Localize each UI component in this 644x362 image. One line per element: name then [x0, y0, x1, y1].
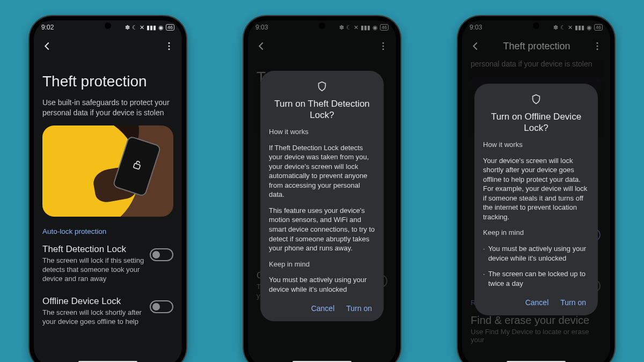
bluetooth-icon: ✽ [125, 24, 130, 31]
dialog-bullet-text: The screen can be locked up to twice a d… [488, 269, 589, 288]
back-icon[interactable] [41, 40, 53, 52]
dialog-how-heading: How it works [269, 127, 375, 137]
dialog-bullet-text: You must be actively using your device w… [488, 244, 589, 263]
signal-icon: ▮▮▮ [147, 24, 156, 31]
toggle-switch[interactable] [150, 248, 173, 261]
setting-desc: The screen will lock if this setting det… [42, 256, 144, 284]
svg-point-1 [169, 46, 170, 47]
dialog-keep-heading: Keep in mind [269, 260, 375, 269]
cancel-button[interactable]: Cancel [311, 304, 335, 314]
toggle-switch[interactable] [150, 300, 173, 313]
screen-2: 9:03 ✽ ☾ ✕ ▮▮▮ ◉ 46 T Offlin [248, 20, 396, 362]
dialog-paragraph: You must be actively using your device w… [269, 275, 375, 294]
dialog-paragraph: Your device's screen will lock shortly a… [483, 156, 589, 222]
dialog-theft-detection: Turn on Theft Detection Lock? How it wor… [260, 71, 384, 321]
dialog-title: Turn on Offline Device Lock? [483, 111, 589, 134]
dialog-actions: Cancel Turn on [269, 300, 375, 317]
svg-point-2 [169, 48, 170, 50]
setting-title: Theft Detection Lock [42, 244, 144, 255]
dialog-paragraph: This feature uses your device's motion s… [269, 206, 375, 253]
battery-icon: 46 [166, 24, 174, 31]
camera-hole [533, 23, 539, 29]
screen-3: 9:03 ✽ ☾ ✕ ▮▮▮ ◉ 46 Theft protection per… [462, 20, 610, 362]
shield-icon [269, 80, 375, 95]
content-area: Theft protection Use built-in safeguards… [34, 73, 182, 327]
dialog-bullet: ·The screen can be locked up to twice a … [483, 269, 589, 288]
setting-offline-device-lock[interactable]: Offline Device Lock The screen will lock… [42, 296, 173, 327]
phone-frame-1: 9:02 ✽ ☾ ✕ ▮▮▮ ◉ 46 Theft protection Use… [30, 16, 186, 362]
camera-hole [105, 23, 111, 29]
setting-theft-detection-lock[interactable]: Theft Detection Lock The screen will loc… [42, 244, 173, 284]
screen-1: 9:02 ✽ ☾ ✕ ▮▮▮ ◉ 46 Theft protection Use… [34, 20, 182, 362]
dialog-paragraph: If Theft Detection Lock detects your dev… [269, 143, 375, 200]
hero-illustration [42, 125, 173, 217]
phone-frame-3: 9:03 ✽ ☾ ✕ ▮▮▮ ◉ 46 Theft protection per… [458, 16, 614, 362]
confirm-button[interactable]: Turn on [560, 298, 586, 308]
clock: 9:02 [41, 24, 54, 31]
confirm-button[interactable]: Turn on [346, 304, 372, 314]
setting-title: Offline Device Lock [42, 296, 144, 307]
dnd-icon: ☾ [132, 24, 137, 31]
vibrate-icon: ✕ [140, 24, 144, 31]
overflow-icon[interactable] [164, 41, 174, 51]
svg-point-0 [169, 42, 170, 44]
wifi-icon: ◉ [158, 24, 164, 31]
cancel-button[interactable]: Cancel [525, 298, 549, 308]
dialog-offline-lock: Turn on Offline Device Lock? How it work… [474, 84, 598, 315]
status-icons: ✽ ☾ ✕ ▮▮▮ ◉ 46 [125, 24, 174, 31]
camera-hole [319, 23, 325, 29]
setting-desc: The screen will lock shortly after your … [42, 308, 144, 327]
page-title: Theft protection [42, 73, 173, 90]
app-bar [34, 34, 182, 58]
dialog-actions: Cancel Turn on [483, 294, 589, 311]
dialog-keep-heading: Keep in mind [483, 228, 589, 238]
shield-icon [483, 93, 589, 108]
page-subtitle: Use built-in safeguards to protect your … [42, 98, 173, 118]
dialog-bullet: ·You must be actively using your device … [483, 244, 589, 263]
section-label: Auto-lock protection [42, 227, 173, 235]
phone-frame-2: 9:03 ✽ ☾ ✕ ▮▮▮ ◉ 46 T Offlin [244, 16, 400, 362]
dialog-title: Turn on Theft Detection Lock? [269, 98, 375, 121]
dialog-how-heading: How it works [483, 140, 589, 150]
svg-rect-3 [134, 163, 141, 169]
